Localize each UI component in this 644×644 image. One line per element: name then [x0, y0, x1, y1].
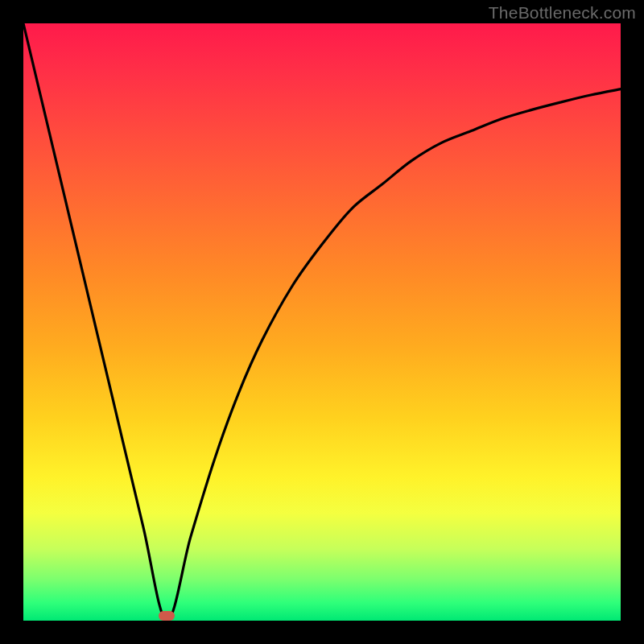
watermark-text: TheBottleneck.com: [489, 3, 636, 23]
bottleneck-curve: [23, 23, 621, 621]
plot-area: [23, 23, 621, 621]
chart-frame: TheBottleneck.com: [0, 0, 644, 644]
curve-svg: [23, 23, 621, 621]
minimum-marker: [159, 611, 175, 621]
